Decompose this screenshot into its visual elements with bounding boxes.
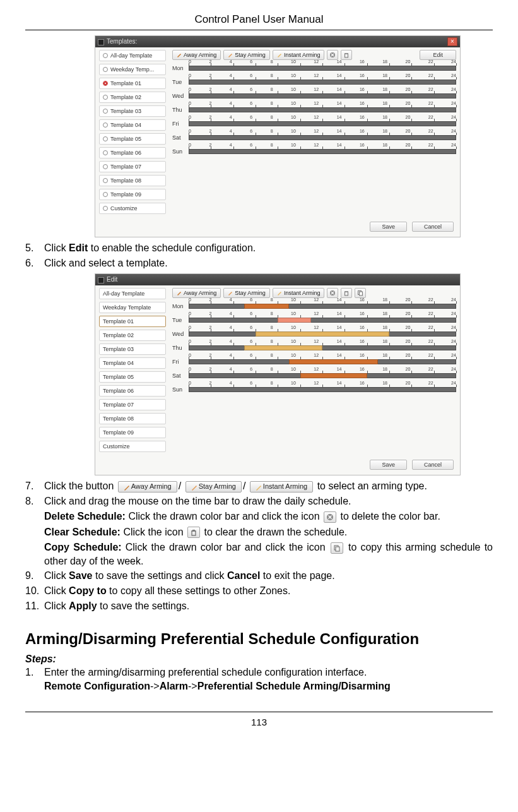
timeline-track	[189, 121, 456, 126]
pref-step-1: Enter the arming/disarming preferential …	[44, 666, 493, 693]
timeline[interactable]: 024681012141618202224	[189, 385, 456, 394]
sidebar-item[interactable]: Template 02	[99, 92, 166, 103]
radio-icon	[103, 192, 108, 197]
timeline[interactable]: 024681012141618202224	[189, 78, 456, 87]
cancel-button[interactable]: Cancel	[412, 460, 454, 470]
sidebar-item[interactable]: Customize	[99, 441, 166, 452]
sidebar-item[interactable]: All-day Template	[99, 50, 166, 61]
day-row: Wed024681012141618202224	[172, 92, 456, 100]
sidebar-item[interactable]: Template 06	[99, 147, 166, 158]
svg-rect-9	[336, 547, 339, 551]
sidebar-item[interactable]: Template 01	[99, 316, 166, 327]
sidebar-item[interactable]: Template 04	[99, 119, 166, 131]
window-title: Edit	[107, 276, 117, 283]
sidebar-item[interactable]: Template 05	[99, 133, 166, 145]
sidebar-item[interactable]: Template 02	[99, 330, 166, 341]
sidebar-item[interactable]: Template 01	[99, 78, 166, 89]
schedule-segment[interactable]	[244, 345, 322, 350]
timeline[interactable]: 024681012141618202224	[189, 147, 456, 156]
timeline-track	[189, 66, 456, 71]
day-row: Mon024681012141618202224	[172, 302, 456, 311]
sidebar-item[interactable]: All-day Template	[99, 288, 166, 299]
timeline[interactable]: 024681012141618202224	[189, 92, 456, 100]
sidebar-item[interactable]: Template 04	[99, 357, 166, 369]
sidebar-item[interactable]: Template 09	[99, 427, 166, 438]
timeline[interactable]: 024681012141618202224	[189, 133, 456, 142]
sidebar-item[interactable]: Template 07	[99, 399, 166, 410]
radio-icon	[103, 164, 108, 169]
radio-icon	[103, 53, 108, 58]
pencil-icon	[277, 52, 282, 57]
timeline[interactable]: 024681012141618202224	[189, 302, 456, 311]
section-heading: Arming/Disarming Preferential Schedule C…	[25, 629, 493, 649]
timeline[interactable]: 024681012141618202224	[189, 119, 456, 128]
day-label: Fri	[172, 358, 189, 366]
timeline[interactable]: 024681012141618202224	[189, 371, 456, 380]
sidebar-item[interactable]: Template 07	[99, 161, 166, 172]
timeline[interactable]: 024681012141618202224	[189, 316, 456, 325]
sidebar-item-label: Weekday Template	[103, 304, 151, 311]
instant-arming-button[interactable]: Instant Arming	[250, 481, 313, 493]
sidebar-item[interactable]: Weekday Template	[99, 302, 166, 313]
radio-icon	[103, 136, 108, 141]
pencil-icon	[256, 484, 261, 489]
sidebar-item[interactable]: Template 05	[99, 371, 166, 383]
timeline[interactable]: 024681012141618202224	[189, 105, 456, 114]
schedule-segment[interactable]	[278, 318, 311, 323]
step-11: Click Apply to save the settings.	[44, 599, 493, 613]
timeline-track	[189, 135, 456, 140]
sidebar-item[interactable]: Template 09	[99, 189, 166, 200]
steps-label: Steps:	[25, 652, 493, 666]
sidebar-item[interactable]: Template 03	[99, 105, 166, 117]
away-arming-button[interactable]: Away Arming	[118, 481, 177, 493]
clear-icon[interactable]	[187, 527, 200, 538]
svg-rect-5	[360, 292, 363, 296]
step-6: Click and select a template.	[44, 256, 493, 270]
timeline-track	[189, 149, 456, 154]
day-row: Mon024681012141618202224	[172, 64, 456, 73]
timeline[interactable]: 024681012141618202224	[189, 64, 456, 73]
copy-icon[interactable]	[331, 542, 343, 554]
timeline-track	[189, 318, 456, 323]
sidebar-item[interactable]: Weekday Temp...	[99, 64, 166, 75]
sidebar-item-label: Template 08	[110, 177, 141, 184]
stay-arming-button[interactable]: Stay Arming	[185, 481, 242, 493]
header-title: Control Panel User Manual	[194, 13, 323, 25]
cancel-button[interactable]: Cancel	[412, 222, 454, 232]
sidebar-item[interactable]: Template 03	[99, 343, 166, 355]
timeline-track	[189, 304, 456, 309]
schedule-grid: Mon024681012141618202224Tue0246810121416…	[172, 64, 456, 156]
sidebar-item[interactable]: Customize	[99, 203, 166, 214]
radio-icon	[103, 150, 108, 155]
sidebar-item-label: Template 09	[110, 191, 141, 198]
page-footer: 113	[25, 712, 493, 729]
save-button[interactable]: Save	[370, 222, 407, 232]
sidebar-item-label: Template 05	[103, 373, 134, 381]
timeline[interactable]: 024681012141618202224	[189, 357, 456, 366]
schedule-segment[interactable]	[300, 373, 367, 378]
day-row: Sat024681012141618202224	[172, 133, 456, 142]
day-row: Thu024681012141618202224	[172, 343, 456, 352]
day-label: Fri	[172, 120, 189, 128]
day-label: Tue	[172, 78, 189, 86]
save-button[interactable]: Save	[370, 460, 407, 470]
schedule-segment[interactable]	[256, 331, 389, 337]
schedule-segment[interactable]	[244, 304, 289, 309]
sidebar-item-label: Template 01	[110, 80, 141, 87]
delete-icon[interactable]	[324, 511, 336, 523]
sidebar-item-label: Template 03	[110, 107, 141, 115]
timeline[interactable]: 024681012141618202224	[189, 330, 456, 338]
sidebar-item[interactable]: Template 08	[99, 413, 166, 424]
day-row: Sun024681012141618202224	[172, 147, 456, 156]
day-row: Wed024681012141618202224	[172, 330, 456, 338]
pencil-icon	[177, 290, 182, 296]
sidebar-item[interactable]: Template 06	[99, 385, 166, 397]
timeline[interactable]: 024681012141618202224	[189, 343, 456, 352]
day-row: Fri024681012141618202224	[172, 357, 456, 366]
schedule-segment[interactable]	[289, 359, 378, 364]
sidebar-item-label: Template 09	[103, 429, 134, 436]
close-icon[interactable]: ×	[447, 37, 457, 46]
sidebar-item[interactable]: Template 08	[99, 175, 166, 186]
svg-rect-3	[345, 292, 348, 296]
sidebar-item-label: Template 08	[103, 415, 134, 422]
